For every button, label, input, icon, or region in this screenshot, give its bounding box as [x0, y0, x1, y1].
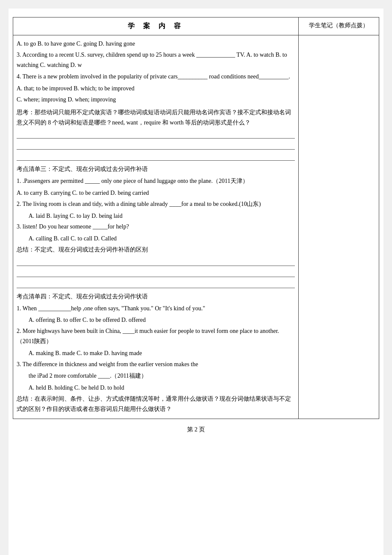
q3: 3. According to a recent U.S. survey, ch… [17, 50, 295, 70]
blank-line-2 [17, 141, 295, 150]
page-number: 第 2 页 [187, 426, 205, 433]
s4-q1: 1. When ___________help ,one often says,… [17, 304, 295, 314]
page-footer: 第 2 页 [13, 426, 379, 434]
notes-cell [299, 35, 379, 419]
header-row: 学 案 内 容 学生笔记（教师点拨） [13, 17, 379, 35]
s3-q1-options: A. to carry B. carrying C. to be carried… [17, 188, 295, 198]
content-row: A. to go B. to have gone C. going D. hav… [13, 35, 379, 419]
blank-line-6 [17, 280, 295, 288]
blank-line-3 [17, 152, 295, 161]
s4-q2: 2. More highways have been built in Chin… [17, 326, 295, 347]
main-table: 学 案 内 容 学生笔记（教师点拨） A. to go B. to have g… [13, 17, 379, 419]
s4-q2-options: A. making B. made C. to make D. having m… [29, 348, 295, 358]
notes-header: 学生笔记（教师点拨） [299, 17, 379, 35]
q4-text: 4. There is a new problem involved in th… [17, 72, 295, 82]
q4-options-c: C. where; improving D. when; improving [17, 95, 295, 105]
blank-line-4 [17, 257, 295, 266]
s3-q2: 2. The living room is clean and tidy, wi… [17, 199, 295, 209]
s4-summary: 总结：在表示时间、条件、让步、方式或伴随情况等时，通常用什么做状语？现在分词做结… [17, 394, 295, 414]
blank-line-5 [17, 269, 295, 277]
section4-title: 考点清单四：不定式、现在分词或过去分词作状语 [17, 292, 295, 302]
section3-title: 考点清单三：不定式、现在分词或过去分词作补语 [17, 164, 295, 174]
header-title: 学 案 内 容 [13, 17, 299, 35]
s3-summary: 总结：不定式、现在分词或过去分词作补语的区别 [17, 245, 295, 255]
s3-q2-options: A. laid B. laying C. to lay D. being lai… [29, 211, 295, 221]
s3-q3: 3. listen! Do you hear someone _____for … [17, 222, 295, 232]
s4-q3-pre: 3. The difference in thickness and weigh… [17, 359, 295, 370]
s4-q1-options: A. offering B. to offer C. to be offered… [29, 315, 295, 325]
thinking-text: 思考：那些动词只能用不定式做宾语？哪些动词或短语动词后只能用动名词作宾语？接不定… [17, 107, 295, 128]
s4-q3-text: the iPad 2 more comfortable ____.（2011福建… [29, 371, 295, 381]
blank-line-1 [17, 130, 295, 139]
q-intro-options: A. to go B. to have gone C. going D. hav… [17, 39, 295, 49]
page-container: 学 案 内 容 学生笔记（教师点拨） A. to go B. to have g… [9, 9, 383, 555]
s4-q3-options: A. held B. holding C. be held D. to hold [29, 383, 295, 393]
s3-q3-options: A. calling B. call C. to call D. Called [29, 234, 295, 244]
s3-q1: 1. .Passengers are permitted _____ only … [17, 176, 295, 186]
q4-options-a: A. that; to be improved B. which; to be … [17, 84, 295, 94]
content-cell: A. to go B. to have gone C. going D. hav… [13, 35, 299, 419]
